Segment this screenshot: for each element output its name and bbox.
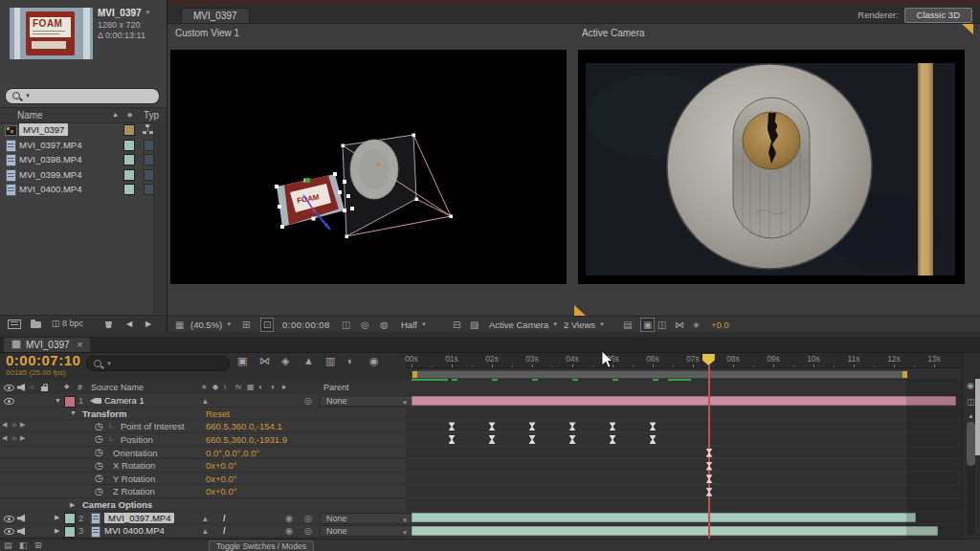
region-of-interest-icon[interactable]: ⊡: [260, 318, 274, 332]
current-time-display[interactable]: 0:00:07:10: [6, 352, 80, 368]
add-keyframe-icon[interactable]: ◆: [11, 434, 16, 442]
layer-name[interactable]: Camera 1: [104, 395, 145, 406]
stopwatch-icon[interactable]: ◷: [95, 433, 103, 444]
project-item[interactable]: MVI_0397.MP4: [0, 138, 167, 153]
property-row[interactable]: ◷Y Rotation0x+0.0°: [0, 473, 962, 486]
layer-row[interactable]: ▶3MVI 0400.MP4▴/◉◎None▼: [0, 524, 962, 538]
flowchart-button-icon[interactable]: ⋈: [675, 319, 684, 331]
parent-pick-whip-icon[interactable]: ◎: [304, 525, 312, 536]
project-scrollbar[interactable]: [153, 122, 167, 314]
label-column-icon[interactable]: ◆: [127, 111, 132, 119]
exposure-value[interactable]: +0.0: [711, 319, 729, 331]
twirl-closed-icon[interactable]: ▶: [55, 527, 59, 535]
timeline-search-input[interactable]: ▼: [86, 356, 230, 371]
collapse-switch-icon[interactable]: ▴: [203, 395, 208, 406]
eye-icon[interactable]: [4, 528, 14, 535]
property-group-name[interactable]: Camera Options: [82, 499, 152, 510]
column-source-name[interactable]: Source Name: [91, 383, 144, 392]
column-type[interactable]: Typ: [144, 110, 159, 121]
expand-in-out-icon[interactable]: ⊞: [34, 540, 42, 550]
scrollbar-thumb[interactable]: [967, 422, 975, 466]
column-parent[interactable]: Parent: [323, 383, 349, 392]
property-row[interactable]: ◷Z Rotation0x+0.0°: [0, 485, 962, 498]
property-name[interactable]: Position: [121, 434, 153, 445]
interpret-footage-icon[interactable]: [8, 320, 21, 329]
view-layout-dropdown[interactable]: 2 Views▼: [564, 319, 605, 331]
timeline-scrollbar[interactable]: [967, 422, 975, 535]
twirl-closed-icon[interactable]: ▶: [55, 514, 59, 521]
comp-marker-icon[interactable]: ◉: [967, 381, 974, 390]
expand-layer-switches-icon[interactable]: ▤: [4, 540, 12, 550]
resolution-dropdown[interactable]: Half▼: [401, 319, 427, 331]
layer-row[interactable]: ▼1Camera 1▴◎None▼: [0, 394, 962, 408]
toggle-switches-modes-button[interactable]: Toggle Switches / Modes: [209, 540, 314, 551]
view-camera-dropdown[interactable]: Active Camera▼: [489, 319, 558, 331]
3d-layer-icon[interactable]: ●: [281, 383, 286, 391]
add-keyframe-icon[interactable]: ◆: [11, 421, 16, 429]
prev-keyframe-icon[interactable]: ◀: [2, 421, 7, 429]
reset-exposure-icon[interactable]: ∗: [692, 319, 700, 331]
speaker-icon[interactable]: [17, 384, 25, 391]
layer-name[interactable]: MVI_0397.MP4: [104, 513, 174, 523]
quality-switch-icon[interactable]: /: [223, 525, 226, 536]
hide-shy-icon[interactable]: ▲: [303, 355, 314, 366]
property-row[interactable]: ◀◆▶◷∟Point of Interest660.5,360.0,-154.1: [0, 420, 962, 433]
property-value[interactable]: 0x+0.0°: [206, 474, 237, 484]
renderer-button[interactable]: Classic 3D: [904, 8, 972, 23]
stopwatch-icon[interactable]: ◷: [95, 473, 103, 483]
project-search-input[interactable]: ▼: [5, 88, 160, 104]
property-group-row[interactable]: ▶Camera Options: [0, 498, 962, 512]
time-ruler[interactable]: 00s01s02s03s04s05s06s07s08s09s10s11s12s1…: [406, 353, 962, 368]
adjustment-icon[interactable]: ◑: [270, 383, 275, 391]
motion-blur-switch-icon[interactable]: ◉: [285, 513, 293, 523]
stopwatch-icon[interactable]: ◷: [95, 421, 103, 431]
parent-pick-whip-icon[interactable]: ◎: [304, 513, 312, 523]
project-item[interactable]: MVI_0400.MP4: [0, 182, 167, 197]
frame-blend-icon[interactable]: ▦: [247, 383, 255, 391]
layer-label-chip[interactable]: [64, 513, 76, 524]
project-item[interactable]: MVI_0399.MP4: [0, 167, 167, 183]
layer-duration-bar[interactable]: [412, 396, 956, 406]
parent-dropdown[interactable]: None▼: [320, 513, 412, 524]
twirl-open-icon[interactable]: ▼: [70, 409, 77, 416]
stopwatch-icon[interactable]: ◷: [95, 447, 103, 457]
work-area-bar[interactable]: [412, 370, 908, 379]
eye-icon[interactable]: [4, 516, 14, 522]
property-value[interactable]: 0.0°,0.0°,0.0°: [206, 448, 259, 458]
safe-margins-icon[interactable]: ⊞: [242, 319, 250, 331]
fx-icon[interactable]: fx: [235, 383, 241, 391]
new-folder-icon[interactable]: [31, 321, 41, 328]
active-camera-canvas[interactable]: [578, 50, 965, 284]
label-color-chip[interactable]: [123, 124, 135, 136]
show-snapshot-icon[interactable]: ◎: [361, 319, 369, 331]
layer-duration-bar[interactable]: [412, 513, 916, 522]
label-color-chip[interactable]: [123, 184, 135, 195]
motion-blur-icon[interactable]: ◐: [347, 355, 354, 366]
fast-previews-icon[interactable]: ▣: [640, 318, 655, 332]
custom-view-canvas[interactable]: FOAM: [170, 50, 567, 284]
comp-tab[interactable]: MVI_0397: [181, 8, 250, 23]
layer-label-chip[interactable]: [64, 396, 76, 408]
property-value[interactable]: 660.5,360.0,-1931.9: [206, 434, 287, 445]
foam-layer-plane[interactable]: FOAM: [275, 172, 354, 230]
project-item[interactable]: MVI_0397: [0, 122, 167, 138]
magnification-dropdown[interactable]: (40.5%)▼: [190, 319, 232, 331]
frame-blending-icon[interactable]: ▥: [325, 355, 335, 367]
comp-button-icon[interactable]: ◫: [967, 397, 975, 407]
comp-timecode[interactable]: 0:00:00:08: [282, 319, 330, 331]
layer-row[interactable]: ▶2MVI_0397.MP4▴/◉◎None▼: [0, 512, 962, 525]
timeline-button-icon[interactable]: ◫: [657, 319, 666, 331]
property-row[interactable]: ◷X Rotation0x+0.0°: [0, 459, 962, 473]
transparency-grid-icon[interactable]: ▨: [470, 319, 479, 331]
property-value[interactable]: 0x+0.0°: [206, 486, 237, 496]
property-group-row[interactable]: ▼TransformReset: [0, 408, 962, 421]
parent-pick-whip-icon[interactable]: ◎: [304, 395, 312, 406]
region-secondary-icon[interactable]: ⊟: [453, 319, 460, 331]
parent-dropdown[interactable]: None▼: [320, 395, 412, 407]
arrow-left-icon[interactable]: ◀: [126, 320, 132, 328]
live-update-icon[interactable]: ⋈: [259, 355, 270, 367]
stopwatch-icon[interactable]: ◷: [95, 486, 103, 496]
label-color-chip[interactable]: [123, 140, 135, 151]
parent-dropdown[interactable]: None▼: [320, 525, 412, 537]
view-options-icon[interactable]: ▦: [175, 319, 184, 331]
